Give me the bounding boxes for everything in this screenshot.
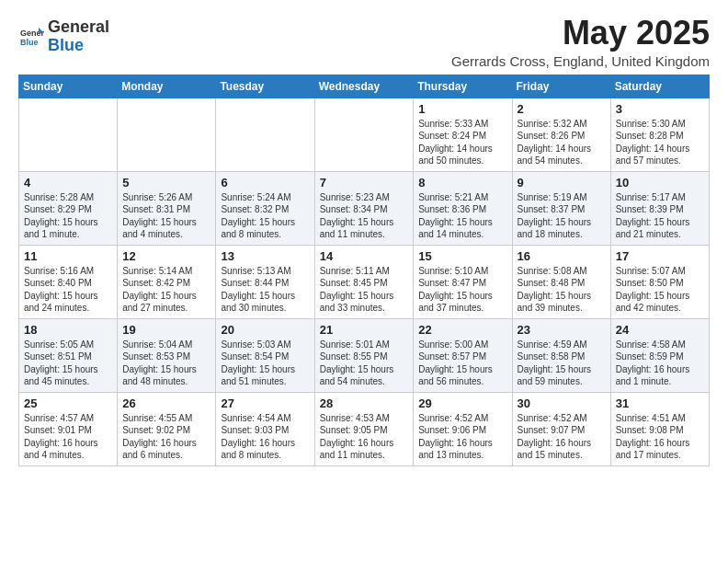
day-info: Sunrise: 4:51 AMSunset: 9:08 PMDaylight:…	[616, 412, 704, 462]
day-number: 26	[122, 396, 210, 410]
day-info: Sunrise: 5:32 AMSunset: 8:26 PMDaylight:…	[518, 118, 606, 167]
day-info: Sunrise: 4:58 AMSunset: 8:59 PMDaylight:…	[616, 339, 704, 388]
day-info: Sunrise: 4:53 AMSunset: 9:05 PMDaylight:…	[320, 412, 409, 462]
day-info: Sunrise: 5:33 AMSunset: 8:24 PMDaylight:…	[418, 118, 506, 167]
day-number: 17	[616, 249, 704, 263]
day-number: 15	[418, 249, 506, 263]
day-info: Sunrise: 5:05 AMSunset: 8:51 PMDaylight:…	[24, 339, 112, 388]
day-info: Sunrise: 4:55 AMSunset: 9:02 PMDaylight:…	[122, 412, 210, 462]
location-subtitle: Gerrards Cross, England, United Kingdom	[451, 53, 710, 69]
table-row: 24Sunrise: 4:58 AMSunset: 8:59 PMDayligh…	[610, 318, 709, 392]
calendar-week-row: 11Sunrise: 5:16 AMSunset: 8:40 PMDayligh…	[19, 245, 710, 318]
day-info: Sunrise: 5:23 AMSunset: 8:34 PMDaylight:…	[320, 191, 409, 241]
calendar-week-row: 4Sunrise: 5:28 AMSunset: 8:29 PMDaylight…	[19, 171, 710, 245]
table-row: 9Sunrise: 5:19 AMSunset: 8:37 PMDaylight…	[512, 171, 610, 245]
day-number: 3	[616, 102, 704, 116]
table-row	[216, 98, 314, 171]
table-row: 17Sunrise: 5:07 AMSunset: 8:50 PMDayligh…	[610, 245, 709, 318]
svg-text:Blue: Blue	[20, 38, 39, 47]
logo-blue-text: Blue	[48, 36, 84, 54]
table-row: 26Sunrise: 4:55 AMSunset: 9:02 PMDayligh…	[118, 392, 216, 465]
table-row: 14Sunrise: 5:11 AMSunset: 8:45 PMDayligh…	[314, 245, 414, 318]
day-info: Sunrise: 5:11 AMSunset: 8:45 PMDaylight:…	[320, 265, 409, 315]
day-number: 2	[518, 102, 606, 116]
day-number: 18	[24, 323, 112, 337]
table-row: 3Sunrise: 5:30 AMSunset: 8:28 PMDaylight…	[610, 98, 709, 171]
table-row: 29Sunrise: 4:52 AMSunset: 9:06 PMDayligh…	[414, 392, 512, 465]
table-row: 18Sunrise: 5:05 AMSunset: 8:51 PMDayligh…	[19, 318, 118, 392]
table-row: 16Sunrise: 5:08 AMSunset: 8:48 PMDayligh…	[512, 245, 610, 318]
table-row: 15Sunrise: 5:10 AMSunset: 8:47 PMDayligh…	[414, 245, 512, 318]
table-row: 12Sunrise: 5:14 AMSunset: 8:42 PMDayligh…	[118, 245, 216, 318]
day-info: Sunrise: 5:16 AMSunset: 8:40 PMDaylight:…	[24, 265, 112, 315]
day-info: Sunrise: 5:10 AMSunset: 8:47 PMDaylight:…	[418, 265, 506, 315]
day-number: 21	[320, 323, 409, 337]
day-number: 1	[418, 102, 506, 116]
day-number: 4	[24, 176, 112, 190]
day-info: Sunrise: 5:03 AMSunset: 8:54 PMDaylight:…	[221, 339, 309, 388]
table-row: 30Sunrise: 4:52 AMSunset: 9:07 PMDayligh…	[512, 392, 610, 465]
calendar-week-row: 25Sunrise: 4:57 AMSunset: 9:01 PMDayligh…	[19, 392, 710, 465]
day-info: Sunrise: 5:30 AMSunset: 8:28 PMDaylight:…	[616, 118, 704, 167]
day-number: 10	[616, 176, 704, 190]
day-info: Sunrise: 4:54 AMSunset: 9:03 PMDaylight:…	[221, 412, 309, 462]
day-number: 6	[221, 176, 309, 190]
col-wednesday: Wednesday	[314, 75, 414, 98]
day-number: 13	[221, 249, 309, 263]
day-info: Sunrise: 5:24 AMSunset: 8:32 PMDaylight:…	[221, 191, 309, 241]
table-row: 7Sunrise: 5:23 AMSunset: 8:34 PMDaylight…	[314, 171, 414, 245]
day-info: Sunrise: 5:21 AMSunset: 8:36 PMDaylight:…	[418, 191, 506, 241]
day-info: Sunrise: 5:07 AMSunset: 8:50 PMDaylight:…	[616, 265, 704, 315]
day-number: 25	[24, 396, 112, 410]
table-row: 27Sunrise: 4:54 AMSunset: 9:03 PMDayligh…	[216, 392, 314, 465]
day-info: Sunrise: 5:19 AMSunset: 8:37 PMDaylight:…	[518, 191, 606, 241]
table-row	[19, 98, 118, 171]
table-row: 8Sunrise: 5:21 AMSunset: 8:36 PMDaylight…	[414, 171, 512, 245]
calendar-week-row: 1Sunrise: 5:33 AMSunset: 8:24 PMDaylight…	[19, 98, 710, 171]
day-number: 11	[24, 249, 112, 263]
day-number: 12	[122, 249, 210, 263]
table-row: 5Sunrise: 5:26 AMSunset: 8:31 PMDaylight…	[118, 171, 216, 245]
day-number: 5	[122, 176, 210, 190]
table-row: 1Sunrise: 5:33 AMSunset: 8:24 PMDaylight…	[414, 98, 512, 171]
day-number: 29	[418, 396, 506, 410]
page-header: General Blue General Blue May 2025 Gerra…	[18, 15, 710, 69]
day-number: 9	[518, 176, 606, 190]
table-row: 11Sunrise: 5:16 AMSunset: 8:40 PMDayligh…	[19, 245, 118, 318]
table-row: 20Sunrise: 5:03 AMSunset: 8:54 PMDayligh…	[216, 318, 314, 392]
col-sunday: Sunday	[19, 75, 118, 98]
day-info: Sunrise: 5:17 AMSunset: 8:39 PMDaylight:…	[616, 191, 704, 241]
logo-general-text: General	[48, 17, 109, 36]
day-number: 23	[518, 323, 606, 337]
table-row: 2Sunrise: 5:32 AMSunset: 8:26 PMDaylight…	[512, 98, 610, 171]
day-info: Sunrise: 5:28 AMSunset: 8:29 PMDaylight:…	[24, 191, 112, 241]
day-number: 19	[122, 323, 210, 337]
day-info: Sunrise: 5:01 AMSunset: 8:55 PMDaylight:…	[320, 339, 409, 388]
month-title: May 2025	[451, 15, 710, 52]
logo: General Blue General Blue	[18, 18, 109, 55]
day-number: 30	[518, 396, 606, 410]
day-info: Sunrise: 5:26 AMSunset: 8:31 PMDaylight:…	[122, 191, 210, 241]
day-number: 31	[616, 396, 704, 410]
table-row: 10Sunrise: 5:17 AMSunset: 8:39 PMDayligh…	[610, 171, 709, 245]
day-info: Sunrise: 4:52 AMSunset: 9:06 PMDaylight:…	[418, 412, 506, 462]
title-block: May 2025 Gerrards Cross, England, United…	[451, 15, 710, 69]
day-number: 24	[616, 323, 704, 337]
table-row: 21Sunrise: 5:01 AMSunset: 8:55 PMDayligh…	[314, 318, 414, 392]
day-number: 14	[320, 249, 409, 263]
day-info: Sunrise: 4:52 AMSunset: 9:07 PMDaylight:…	[518, 412, 606, 462]
col-tuesday: Tuesday	[216, 75, 314, 98]
day-number: 16	[518, 249, 606, 263]
day-number: 27	[221, 396, 309, 410]
table-row: 13Sunrise: 5:13 AMSunset: 8:44 PMDayligh…	[216, 245, 314, 318]
table-row: 31Sunrise: 4:51 AMSunset: 9:08 PMDayligh…	[610, 392, 709, 465]
calendar-table: Sunday Monday Tuesday Wednesday Thursday…	[18, 75, 710, 466]
day-number: 28	[320, 396, 409, 410]
weekday-header-row: Sunday Monday Tuesday Wednesday Thursday…	[19, 75, 710, 98]
calendar-page: General Blue General Blue May 2025 Gerra…	[0, 0, 728, 563]
day-number: 7	[320, 176, 409, 190]
table-row: 23Sunrise: 4:59 AMSunset: 8:58 PMDayligh…	[512, 318, 610, 392]
day-info: Sunrise: 4:57 AMSunset: 9:01 PMDaylight:…	[24, 412, 112, 462]
col-friday: Friday	[512, 75, 610, 98]
table-row	[314, 98, 414, 171]
